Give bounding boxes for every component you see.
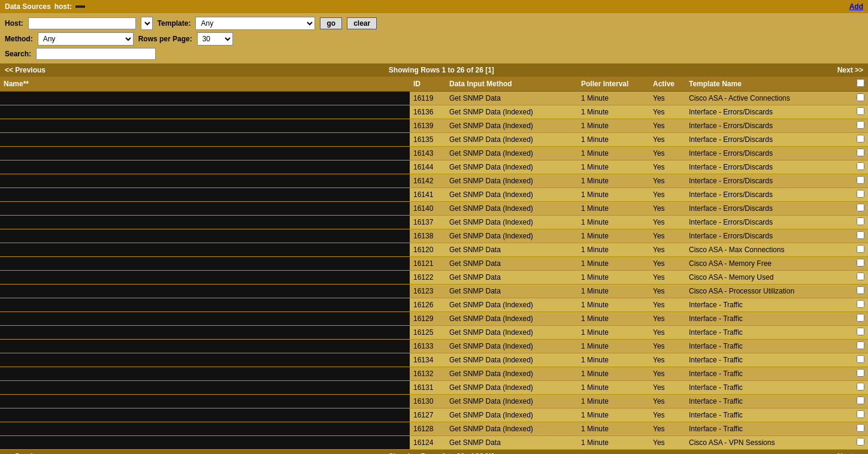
- cell-name[interactable]: [0, 147, 410, 161]
- cell-name[interactable]: [0, 161, 410, 174]
- cell-checkbox[interactable]: [853, 174, 868, 188]
- row-checkbox[interactable]: [857, 259, 864, 267]
- cell-name[interactable]: [0, 408, 410, 422]
- cell-name[interactable]: [0, 133, 410, 147]
- cell-name[interactable]: [0, 353, 410, 367]
- cell-checkbox[interactable]: [853, 161, 868, 174]
- cell-checkbox[interactable]: [853, 422, 868, 436]
- cell-name[interactable]: [0, 271, 410, 284]
- col-checkbox-all[interactable]: [853, 77, 868, 92]
- row-checkbox[interactable]: [857, 190, 864, 198]
- row-checkbox[interactable]: [857, 300, 864, 308]
- cell-checkbox[interactable]: [853, 340, 868, 353]
- next-link-top[interactable]: Next >>: [837, 66, 863, 74]
- row-checkbox[interactable]: [857, 328, 864, 335]
- cell-name[interactable]: [0, 174, 410, 188]
- row-checkbox[interactable]: [857, 383, 864, 391]
- row-checkbox[interactable]: [857, 149, 864, 156]
- row-checkbox[interactable]: [857, 314, 864, 322]
- select-all-checkbox[interactable]: [857, 79, 864, 87]
- rows-select[interactable]: 30 10 20 50 100: [197, 32, 233, 46]
- cell-active: Yes: [649, 174, 685, 188]
- row-checkbox[interactable]: [857, 341, 864, 349]
- cell-checkbox[interactable]: [853, 105, 868, 119]
- cell-name[interactable]: [0, 105, 410, 119]
- row-checkbox[interactable]: [857, 176, 864, 184]
- row-checkbox[interactable]: [857, 204, 864, 211]
- host-input[interactable]: [28, 17, 136, 29]
- clear-button[interactable]: clear: [347, 17, 377, 29]
- cell-name[interactable]: [0, 298, 410, 312]
- search-input[interactable]: [36, 48, 156, 60]
- cell-method: Get SNMP Data (Indexed): [446, 161, 577, 174]
- cell-id: 16133: [410, 340, 446, 353]
- table-row: 16138Get SNMP Data (Indexed)1 MinuteYesI…: [0, 229, 868, 243]
- cell-checkbox[interactable]: [853, 436, 868, 450]
- add-link[interactable]: Add: [849, 2, 863, 11]
- cell-name[interactable]: [0, 243, 410, 257]
- cell-name[interactable]: [0, 340, 410, 353]
- cell-checkbox[interactable]: [853, 408, 868, 422]
- row-checkbox[interactable]: [857, 355, 864, 363]
- row-checkbox[interactable]: [857, 107, 864, 115]
- go-button[interactable]: go: [320, 17, 342, 29]
- bottom-nav-bar: << Previous Showing Rows 1 to 26 of 26 […: [0, 450, 868, 454]
- cell-id: 16143: [410, 147, 446, 161]
- cell-name[interactable]: [0, 257, 410, 271]
- host-select-arrow[interactable]: ▼: [141, 17, 153, 30]
- cell-checkbox[interactable]: [853, 92, 868, 105]
- cell-checkbox[interactable]: [853, 284, 868, 298]
- cell-checkbox[interactable]: [853, 367, 868, 381]
- cell-checkbox[interactable]: [853, 381, 868, 395]
- row-checkbox[interactable]: [857, 438, 864, 446]
- previous-link-top[interactable]: << Previous: [5, 66, 46, 74]
- row-checkbox[interactable]: [857, 217, 864, 225]
- cell-checkbox[interactable]: [853, 353, 868, 367]
- cell-name[interactable]: [0, 92, 410, 105]
- cell-checkbox[interactable]: [853, 326, 868, 340]
- cell-checkbox[interactable]: [853, 298, 868, 312]
- cell-checkbox[interactable]: [853, 243, 868, 257]
- cell-name[interactable]: [0, 395, 410, 408]
- cell-method: Get SNMP Data (Indexed): [446, 216, 577, 229]
- row-checkbox[interactable]: [857, 286, 864, 294]
- row-checkbox[interactable]: [857, 369, 864, 377]
- cell-checkbox[interactable]: [853, 257, 868, 271]
- row-checkbox[interactable]: [857, 397, 864, 404]
- cell-name[interactable]: [0, 367, 410, 381]
- cell-checkbox[interactable]: [853, 119, 868, 133]
- row-checkbox[interactable]: [857, 410, 864, 418]
- cell-checkbox[interactable]: [853, 271, 868, 284]
- cell-name[interactable]: [0, 422, 410, 436]
- row-checkbox[interactable]: [857, 231, 864, 239]
- cell-name[interactable]: [0, 381, 410, 395]
- table-row: 16132Get SNMP Data (Indexed)1 MinuteYesI…: [0, 367, 868, 381]
- cell-checkbox[interactable]: [853, 395, 868, 408]
- cell-name[interactable]: [0, 119, 410, 133]
- cell-name[interactable]: [0, 229, 410, 243]
- cell-name[interactable]: [0, 284, 410, 298]
- cell-checkbox[interactable]: [853, 147, 868, 161]
- cell-name[interactable]: [0, 312, 410, 326]
- cell-name[interactable]: [0, 188, 410, 202]
- row-checkbox[interactable]: [857, 162, 864, 170]
- cell-checkbox[interactable]: [853, 229, 868, 243]
- row-checkbox[interactable]: [857, 273, 864, 280]
- method-select[interactable]: Any: [38, 32, 134, 46]
- cell-name[interactable]: [0, 202, 410, 216]
- template-select[interactable]: Any: [195, 17, 315, 30]
- cell-checkbox[interactable]: [853, 312, 868, 326]
- row-checkbox[interactable]: [857, 424, 864, 432]
- cell-name[interactable]: [0, 326, 410, 340]
- cell-interval: 1 Minute: [577, 257, 649, 271]
- row-checkbox[interactable]: [857, 93, 864, 101]
- cell-name[interactable]: [0, 436, 410, 450]
- row-checkbox[interactable]: [857, 135, 864, 143]
- row-checkbox[interactable]: [857, 121, 864, 129]
- row-checkbox[interactable]: [857, 245, 864, 253]
- cell-name[interactable]: [0, 216, 410, 229]
- cell-checkbox[interactable]: [853, 216, 868, 229]
- cell-checkbox[interactable]: [853, 202, 868, 216]
- cell-checkbox[interactable]: [853, 188, 868, 202]
- cell-checkbox[interactable]: [853, 133, 868, 147]
